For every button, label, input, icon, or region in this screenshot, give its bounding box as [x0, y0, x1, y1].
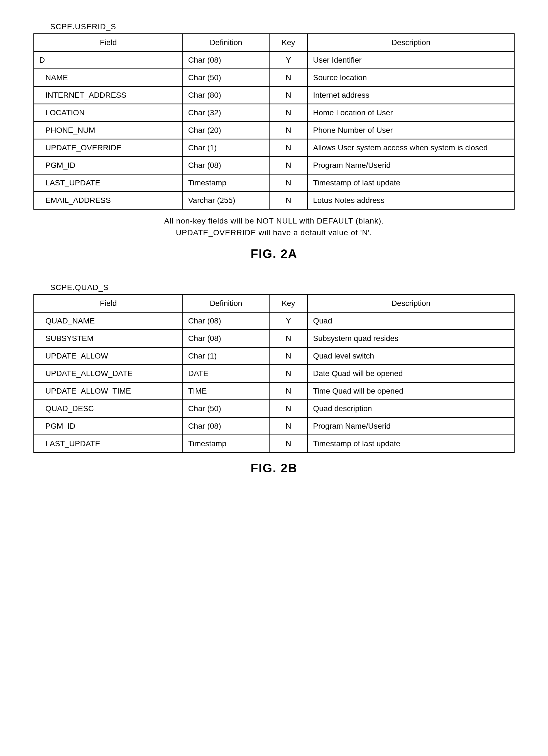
- cell-field: PHONE_NUM: [34, 122, 183, 139]
- cell-description: Date Quad will be opened: [308, 365, 514, 382]
- cell-field: QUAD_DESC: [34, 400, 183, 418]
- figure-a-footnote: All non-key fields will be NOT NULL with…: [33, 215, 515, 239]
- table-row: UPDATE_ALLOWChar (1)NQuad level switch: [34, 347, 514, 365]
- cell-description: Subsystem quad resides: [308, 330, 514, 347]
- table-row: UPDATE_ALLOW_TIMETIMENTime Quad will be …: [34, 382, 514, 400]
- cell-description: Home Location of User: [308, 104, 514, 122]
- figure-2b-block: SCPE.QUAD_S Field Definition Key Descrip…: [33, 283, 515, 475]
- cell-key: N: [269, 192, 308, 209]
- cell-key: N: [269, 435, 308, 453]
- table-row: QUAD_DESCChar (50)NQuad description: [34, 400, 514, 418]
- cell-description: Lotus Notes address: [308, 192, 514, 209]
- cell-field: SUBSYSTEM: [34, 330, 183, 347]
- cell-field: UPDATE_ALLOW: [34, 347, 183, 365]
- table-row: SUBSYSTEMChar (08)NSubsystem quad reside…: [34, 330, 514, 347]
- table-row: PGM_IDChar (08)NProgram Name/Userid: [34, 418, 514, 435]
- cell-field: LOCATION: [34, 104, 183, 122]
- cell-description: Quad: [308, 312, 514, 330]
- cell-field: PGM_ID: [34, 157, 183, 174]
- table-b-header-row: Field Definition Key Description: [34, 295, 514, 312]
- th-description: Description: [308, 295, 514, 312]
- cell-definition: TIME: [183, 382, 269, 400]
- cell-description: Allows User system access when system is…: [308, 139, 514, 157]
- cell-key: N: [269, 347, 308, 365]
- th-description: Description: [308, 34, 514, 51]
- cell-definition: Char (20): [183, 122, 269, 139]
- cell-definition: Timestamp: [183, 174, 269, 192]
- table-row: LOCATIONChar (32)NHome Location of User: [34, 104, 514, 122]
- cell-description: Timestamp of last update: [308, 174, 514, 192]
- cell-definition: Char (1): [183, 139, 269, 157]
- cell-field: NAME: [34, 69, 183, 87]
- figure-a-label: FIG. 2A: [33, 247, 515, 261]
- table-row: LAST_UPDATETimestampNTimestamp of last u…: [34, 174, 514, 192]
- th-field: Field: [34, 295, 183, 312]
- cell-key: N: [269, 330, 308, 347]
- cell-definition: Char (08): [183, 157, 269, 174]
- cell-key: N: [269, 365, 308, 382]
- cell-description: Internet address: [308, 87, 514, 104]
- cell-key: N: [269, 122, 308, 139]
- cell-description: Phone Number of User: [308, 122, 514, 139]
- cell-description: Program Name/Userid: [308, 157, 514, 174]
- cell-key: N: [269, 174, 308, 192]
- cell-field: INTERNET_ADDRESS: [34, 87, 183, 104]
- cell-description: Time Quad will be opened: [308, 382, 514, 400]
- cell-key: N: [269, 104, 308, 122]
- cell-key: N: [269, 418, 308, 435]
- cell-key: N: [269, 382, 308, 400]
- cell-key: N: [269, 69, 308, 87]
- cell-definition: Char (50): [183, 69, 269, 87]
- cell-description: Quad description: [308, 400, 514, 418]
- cell-definition: Char (1): [183, 347, 269, 365]
- cell-description: Program Name/Userid: [308, 418, 514, 435]
- th-definition: Definition: [183, 295, 269, 312]
- cell-definition: Char (08): [183, 51, 269, 69]
- table-row: UPDATE_ALLOW_DATEDATENDate Quad will be …: [34, 365, 514, 382]
- cell-description: User Identifier: [308, 51, 514, 69]
- cell-field: LAST_UPDATE: [34, 174, 183, 192]
- table-row: EMAIL_ADDRESSVarchar (255)NLotus Notes a…: [34, 192, 514, 209]
- cell-definition: DATE: [183, 365, 269, 382]
- cell-field: UPDATE_OVERRIDE: [34, 139, 183, 157]
- table-row: QUAD_NAMEChar (08)YQuad: [34, 312, 514, 330]
- cell-key: N: [269, 87, 308, 104]
- table-row: PHONE_NUMChar (20)NPhone Number of User: [34, 122, 514, 139]
- cell-field: UPDATE_ALLOW_TIME: [34, 382, 183, 400]
- footnote-line-2: UPDATE_OVERRIDE will have a default valu…: [176, 228, 372, 237]
- table-a: Field Definition Key Description DChar (…: [33, 33, 515, 210]
- cell-definition: Char (08): [183, 330, 269, 347]
- figure-b-label: FIG. 2B: [33, 461, 515, 475]
- table-b-title: SCPE.QUAD_S: [50, 283, 515, 292]
- cell-definition: Char (50): [183, 400, 269, 418]
- table-row: PGM_IDChar (08)NProgram Name/Userid: [34, 157, 514, 174]
- table-row: LAST_UPDATETimestampNTimestamp of last u…: [34, 435, 514, 453]
- cell-definition: Varchar (255): [183, 192, 269, 209]
- figure-2a-block: SCPE.USERID_S Field Definition Key Descr…: [33, 22, 515, 261]
- cell-key: N: [269, 157, 308, 174]
- table-row: DChar (08)YUser Identifier: [34, 51, 514, 69]
- cell-field: QUAD_NAME: [34, 312, 183, 330]
- cell-definition: Char (08): [183, 312, 269, 330]
- cell-key: N: [269, 139, 308, 157]
- table-a-title: SCPE.USERID_S: [50, 22, 515, 31]
- th-key: Key: [269, 34, 308, 51]
- cell-key: Y: [269, 312, 308, 330]
- table-b: Field Definition Key Description QUAD_NA…: [33, 294, 515, 453]
- table-row: UPDATE_OVERRIDEChar (1)NAllows User syst…: [34, 139, 514, 157]
- cell-description: Source location: [308, 69, 514, 87]
- cell-definition: Char (32): [183, 104, 269, 122]
- th-field: Field: [34, 34, 183, 51]
- th-key: Key: [269, 295, 308, 312]
- cell-field: EMAIL_ADDRESS: [34, 192, 183, 209]
- cell-key: N: [269, 400, 308, 418]
- cell-description: Quad level switch: [308, 347, 514, 365]
- cell-field: D: [34, 51, 183, 69]
- cell-definition: Char (80): [183, 87, 269, 104]
- cell-description: Timestamp of last update: [308, 435, 514, 453]
- footnote-line-1: All non-key fields will be NOT NULL with…: [164, 217, 384, 225]
- table-row: NAMEChar (50)NSource location: [34, 69, 514, 87]
- cell-definition: Timestamp: [183, 435, 269, 453]
- cell-key: Y: [269, 51, 308, 69]
- cell-field: LAST_UPDATE: [34, 435, 183, 453]
